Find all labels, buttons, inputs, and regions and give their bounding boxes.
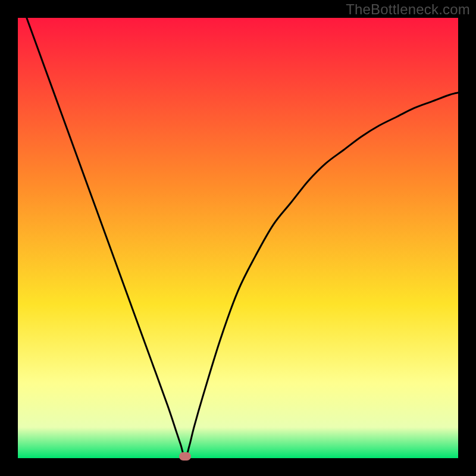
plot-area <box>18 18 458 458</box>
chart-frame: TheBottleneck.com <box>0 0 476 476</box>
bottleneck-curve <box>27 18 458 458</box>
optimum-marker <box>179 452 191 461</box>
curve-layer <box>18 18 458 458</box>
watermark-text: TheBottleneck.com <box>346 1 470 18</box>
